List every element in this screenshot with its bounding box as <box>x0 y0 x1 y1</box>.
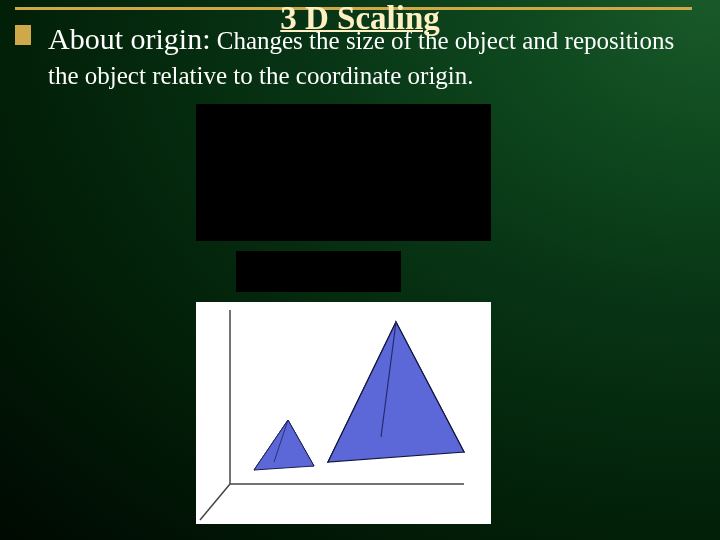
svg-line-2 <box>200 484 230 520</box>
slide-title: 3 D Scaling <box>0 0 720 37</box>
scaling-figure <box>196 302 491 524</box>
slide: 3 D Scaling About origin: Changes the si… <box>0 0 720 540</box>
pyramid-large <box>328 322 464 462</box>
bullet-marker <box>15 25 31 45</box>
svg-marker-9 <box>328 322 464 462</box>
pyramid-small <box>254 420 314 470</box>
svg-marker-5 <box>254 420 314 470</box>
matrix-placeholder <box>196 104 491 241</box>
equation-placeholder <box>236 251 401 292</box>
scaling-svg <box>196 302 491 524</box>
